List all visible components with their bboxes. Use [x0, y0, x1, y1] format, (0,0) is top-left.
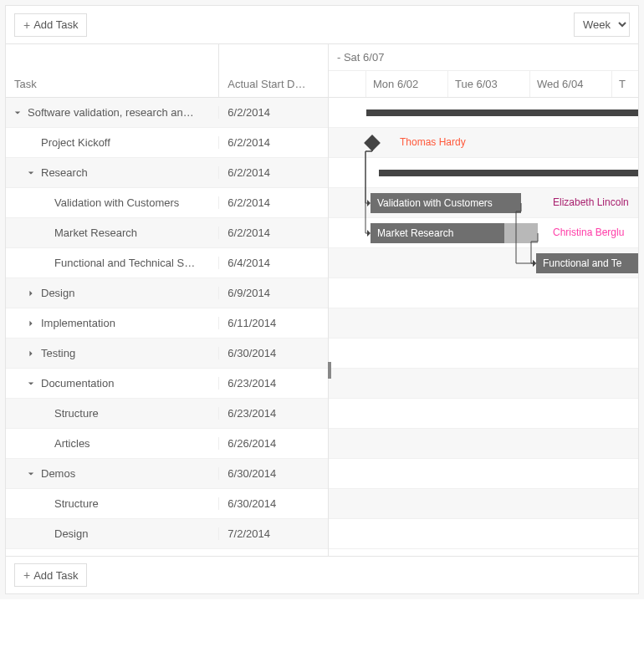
task-name-label: Software validation, research an…: [28, 106, 194, 119]
table-row[interactable]: Implementation6/11/2014: [6, 308, 328, 339]
task-bar-label: Market Research: [377, 227, 453, 239]
grid-rows: Software validation, research an…6/2/201…: [6, 98, 328, 556]
table-row[interactable]: Functional and Technical S…6/4/2014: [6, 248, 328, 278]
collapse-icon[interactable]: [14, 109, 24, 116]
timeline-row: [329, 339, 638, 369]
timeline-row: Market ResearchChristina Berglu: [329, 218, 638, 248]
task-name-cell: Functional and Technical S…: [6, 257, 219, 269]
plus-icon: +: [23, 18, 30, 32]
collapse-icon[interactable]: [28, 170, 38, 176]
task-name-cell: Design: [6, 287, 219, 299]
gantt-body: Task Actual Start D… Software validation…: [6, 44, 638, 556]
timeline-row: Validation with CustomersElizabeth Linco…: [329, 188, 638, 218]
view-range-select[interactable]: Week: [574, 13, 630, 37]
task-bar[interactable]: Validation with Customers: [371, 193, 521, 213]
task-date-cell: 6/2/2014: [219, 166, 328, 179]
task-name-label: Articles: [54, 437, 90, 450]
task-date-cell: 6/4/2014: [219, 257, 328, 269]
add-task-label-footer: Add Task: [33, 569, 78, 582]
task-name-cell: Implementation: [6, 317, 219, 329]
task-name-cell: Validation with Customers: [6, 196, 219, 209]
task-name-label: Design: [54, 527, 88, 540]
assignee-label: Thomas Hardy: [400, 136, 466, 148]
task-date-cell: 6/9/2014: [219, 287, 328, 299]
task-name-label: Research: [41, 166, 88, 179]
timeline-day-header: Mon 6/02Tue 6/03Wed 6/04T: [329, 71, 638, 97]
task-date-cell: 6/2/2014: [219, 196, 328, 209]
task-name-cell: Software validation, research an…: [6, 106, 219, 119]
summary-bar[interactable]: [366, 109, 638, 116]
timeline-header: - Sat 6/07 Mon 6/02Tue 6/03Wed 6/04T: [329, 44, 638, 98]
task-name-cell: Demos: [6, 467, 219, 480]
table-row[interactable]: Market Research6/2/2014: [6, 218, 328, 248]
table-row[interactable]: Design6/9/2014: [6, 278, 328, 308]
gantt-container: + Add Task Week Task Actual Start D… Sof…: [0, 0, 644, 599]
task-name-label: Structure: [54, 497, 99, 510]
task-name-cell: Articles: [6, 437, 219, 450]
task-name-cell: Structure: [6, 497, 219, 510]
table-row[interactable]: Structure6/23/2014: [6, 399, 328, 429]
add-task-button[interactable]: + Add Task: [14, 13, 87, 37]
assignee-label: Christina Berglu: [553, 227, 624, 238]
table-row[interactable]: Research6/2/2014: [6, 158, 328, 188]
day-header-cell: [329, 71, 366, 97]
timeline-row: Functional and Te: [329, 248, 638, 278]
task-date-cell: 6/30/2014: [219, 467, 328, 480]
task-date-cell: 6/2/2014: [219, 227, 328, 239]
table-row[interactable]: Demos6/30/2014: [6, 459, 328, 489]
expand-icon[interactable]: [28, 290, 38, 297]
task-date-cell: 6/2/2014: [219, 136, 328, 149]
column-header-task[interactable]: Task: [6, 44, 219, 97]
plus-icon: +: [23, 568, 30, 582]
task-name-label: Market Research: [54, 227, 137, 239]
table-row[interactable]: Documentation6/23/2014: [6, 369, 328, 399]
day-header-cell: Mon 6/02: [366, 71, 448, 97]
task-name-cell: Documentation: [6, 377, 219, 390]
timeline-pane: - Sat 6/07 Mon 6/02Tue 6/03Wed 6/04T Tho…: [329, 44, 638, 556]
milestone-diamond[interactable]: [364, 135, 381, 151]
table-row[interactable]: Structure6/30/2014: [6, 489, 328, 519]
task-name-label: Functional and Technical S…: [54, 257, 195, 269]
add-task-label: Add Task: [33, 18, 78, 31]
column-header-start-date[interactable]: Actual Start D…: [219, 44, 328, 97]
task-date-cell: 6/26/2014: [219, 437, 328, 450]
table-row[interactable]: Validation with Customers6/2/2014: [6, 188, 328, 218]
task-bar[interactable]: Market Research: [371, 223, 504, 243]
collapse-icon[interactable]: [28, 380, 38, 387]
table-row[interactable]: Articles6/26/2014: [6, 429, 328, 459]
table-row[interactable]: Project Kickoff6/2/2014: [6, 128, 328, 158]
toolbar-bottom: + Add Task: [6, 556, 638, 593]
expand-icon[interactable]: [28, 320, 38, 327]
task-date-cell: 6/23/2014: [219, 407, 328, 420]
task-name-label: Testing: [41, 347, 75, 359]
table-row[interactable]: Software validation, research an…6/2/201…: [6, 98, 328, 128]
timeline-row: [329, 278, 638, 308]
timeline-row: [329, 369, 638, 399]
task-date-cell: 6/30/2014: [219, 497, 328, 510]
table-row[interactable]: Design7/2/2014: [6, 519, 328, 549]
task-name-cell: Project Kickoff: [6, 136, 219, 149]
table-row[interactable]: Testing6/30/2014: [6, 339, 328, 369]
expand-icon[interactable]: [28, 350, 38, 357]
task-bar-label: Functional and Te: [543, 257, 622, 269]
splitter-handle[interactable]: [328, 362, 331, 379]
task-name-cell: Research: [6, 166, 219, 179]
timeline-row: [329, 519, 638, 549]
task-bar[interactable]: Functional and Te: [536, 253, 638, 273]
grid-header: Task Actual Start D…: [6, 44, 328, 98]
timeline-row: [329, 489, 638, 519]
collapse-icon[interactable]: [28, 471, 38, 477]
add-task-button-footer[interactable]: + Add Task: [14, 563, 87, 587]
task-name-cell: Testing: [6, 347, 219, 359]
task-date-cell: 6/11/2014: [219, 317, 328, 329]
task-date-cell: 6/30/2014: [219, 347, 328, 359]
task-name-label: Validation with Customers: [54, 196, 179, 209]
summary-bar[interactable]: [379, 170, 638, 176]
task-name-label: Project Kickoff: [41, 136, 110, 149]
task-name-label: Demos: [41, 467, 75, 480]
day-header-cell: Wed 6/04: [530, 71, 612, 97]
task-name-label: Design: [41, 287, 74, 299]
timeline-row: [329, 459, 638, 489]
toolbar-top: + Add Task Week: [6, 6, 638, 44]
assignee-label: Elizabeth Lincoln: [553, 196, 629, 208]
